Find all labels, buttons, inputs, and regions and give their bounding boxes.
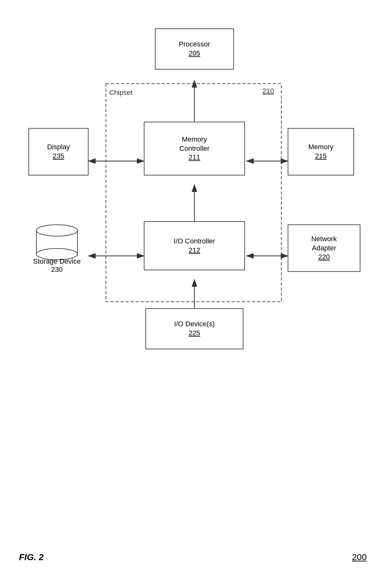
svg-text:Chipset: Chipset [109,89,133,96]
memory-controller-box: Memory Controller 211 [144,122,245,175]
processor-label: Processor [179,40,210,49]
network-adapter-ref: 220 [318,253,330,262]
memory-ref: 215 [315,152,327,161]
io-controller-ref: 212 [189,246,200,255]
processor-ref: 205 [189,49,200,58]
memory-box: Memory 215 [288,128,354,175]
svg-point-14 [36,225,77,236]
io-controller-label: I/O Controller [174,237,215,246]
storage-device-box: Storage Device 230 [24,218,90,278]
display-label: Display [47,143,70,152]
diagram: Chipset 210 Processor 205 Memory Control… [19,13,373,537]
io-devices-label: I/O Device(s) [174,320,215,329]
network-adapter-box: Network Adapter 220 [288,224,360,272]
display-ref: 235 [53,152,64,161]
figure-label: FIG. 2 [19,552,44,562]
figure-number: 200 [352,552,367,562]
memory-controller-ref: 211 [189,153,200,162]
svg-text:210: 210 [262,87,274,95]
io-controller-box: I/O Controller 212 [144,221,245,270]
io-devices-ref: 225 [189,329,200,338]
processor-box: Processor 205 [155,28,234,70]
memory-label: Memory [308,143,333,152]
memory-controller-label: Memory Controller [179,135,209,153]
storage-device-ref: 230 [51,266,63,274]
io-devices-box: I/O Device(s) 225 [145,308,243,349]
network-adapter-label: Network Adapter [311,235,337,253]
display-box: Display 235 [28,128,89,175]
storage-device-label: Storage Device [33,257,81,266]
